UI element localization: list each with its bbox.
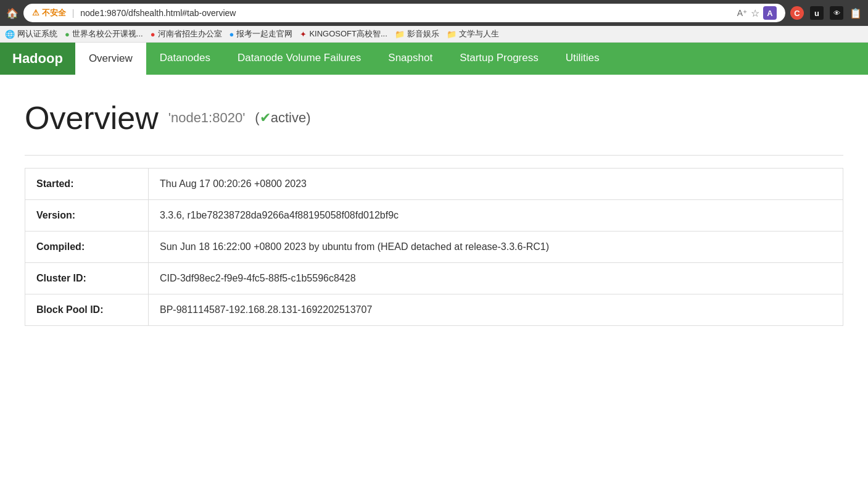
label-cluster-id: Cluster ID:: [25, 263, 149, 294]
table-row-compiled: Compiled: Sun Jun 18 16:22:00 +0800 2023…: [25, 231, 843, 263]
bookmark-item-1[interactable]: ● 世界名校公开课视...: [65, 28, 143, 40]
bookmark-item-5[interactable]: 📁 影音娱乐: [395, 28, 439, 40]
star-icon[interactable]: ☆: [751, 7, 759, 19]
nav-item-datanodes[interactable]: Datanodes: [146, 43, 224, 75]
nav-item-startup-progress[interactable]: Startup Progress: [446, 43, 552, 75]
bookmark-icon-5: 📁: [395, 30, 405, 39]
home-icon[interactable]: 🏠: [6, 7, 19, 19]
address-text: node1:9870/dfshealth.html#tab-overview: [80, 8, 236, 18]
table-row-cluster-id: Cluster ID: CID-3df98ec2-f9e9-4fc5-88f5-…: [25, 263, 843, 294]
info-table: Started: Thu Aug 17 00:20:26 +0800 2023 …: [25, 168, 843, 326]
label-block-pool-id: Block Pool ID:: [25, 294, 149, 326]
nav-item-overview[interactable]: Overview: [75, 43, 146, 75]
label-started: Started:: [25, 169, 149, 200]
browser-icons: C u 👁 📋: [790, 6, 862, 20]
bookmark-item-6[interactable]: 📁 文学与人生: [447, 28, 499, 40]
bookmark-label-1: 世界名校公开课视...: [72, 28, 143, 40]
address-bar[interactable]: ⚠ 不安全 | node1:9870/dfshealth.html#tab-ov…: [23, 4, 785, 22]
main-content: Overview 'node1:8020' (✔active) Started:…: [0, 75, 868, 338]
hadoop-navbar: Hadoop Overview Datanodes Datanode Volum…: [0, 43, 868, 75]
bookmark-icon-0: 🌐: [5, 30, 15, 39]
bookmark-item-2[interactable]: ● 河南省招生办公室: [151, 28, 222, 40]
nav-item-datanode-volume-failures[interactable]: Datanode Volume Failures: [224, 43, 374, 75]
table-row-started: Started: Thu Aug 17 00:20:26 +0800 2023: [25, 169, 843, 200]
value-compiled: Sun Jun 18 16:22:00 +0800 2023 by ubuntu…: [149, 231, 843, 263]
bookmark-label-0: 网认证系统: [17, 28, 57, 40]
table-row-version: Version: 3.3.6, r1be78238728da9266a4f881…: [25, 200, 843, 231]
bookmarks-bar: 🌐 网认证系统 ● 世界名校公开课视... ● 河南省招生办公室 ● 报考一起走…: [0, 26, 868, 43]
translate-icon[interactable]: A⁺: [737, 8, 747, 18]
clipboard-icon[interactable]: 📋: [849, 7, 862, 19]
bookmark-icon-3: ●: [229, 30, 234, 39]
bookmark-icon-2: ●: [151, 30, 155, 39]
label-version: Version:: [25, 200, 149, 231]
profile-u-icon[interactable]: u: [810, 6, 824, 20]
bookmark-label-4: KINGOSOFT高校智...: [309, 28, 387, 40]
bookmark-icon-6: 📁: [447, 30, 457, 39]
bookmark-label-3: 报考一起走官网: [236, 28, 292, 40]
bookmark-icon-4: ✦: [300, 30, 307, 39]
bookmark-icon-1: ●: [65, 30, 70, 39]
bookmark-item-4[interactable]: ✦ KINGOSOFT高校智...: [300, 28, 387, 40]
page-node: 'node1:8020': [168, 110, 246, 126]
divider: |: [72, 8, 75, 18]
bookmark-label-2: 河南省招生办公室: [158, 28, 222, 40]
hadoop-brand[interactable]: Hadoop: [0, 43, 75, 75]
bookmark-label-6: 文学与人生: [459, 28, 499, 40]
bookmark-item[interactable]: 🌐 网认证系统: [5, 28, 57, 40]
browser-chrome: 🏠 ⚠ 不安全 | node1:9870/dfshealth.html#tab-…: [0, 0, 868, 26]
page-title-row: Overview 'node1:8020' (✔active): [25, 99, 843, 136]
reader-icon[interactable]: A: [763, 6, 777, 20]
label-compiled: Compiled:: [25, 231, 149, 263]
check-icon: ✔: [260, 110, 271, 125]
value-version: 3.3.6, r1be78238728da9266a4f88195058f08f…: [149, 200, 843, 231]
security-warning: ⚠ 不安全: [32, 7, 66, 19]
nav-item-snapshot[interactable]: Snapshot: [374, 43, 446, 75]
value-cluster-id: CID-3df98ec2-f9e9-4fc5-88f5-c1b5596c8428: [149, 263, 843, 294]
status-text: active: [271, 110, 306, 125]
profile-c-icon[interactable]: C: [790, 6, 804, 20]
value-block-pool-id: BP-981114587-192.168.28.131-169220251370…: [149, 294, 843, 326]
value-started: Thu Aug 17 00:20:26 +0800 2023: [149, 169, 843, 200]
eyes-icon[interactable]: 👁: [830, 6, 843, 20]
bookmark-label-5: 影音娱乐: [407, 28, 439, 40]
active-badge: (✔active): [255, 110, 310, 126]
nav-item-utilities[interactable]: Utilities: [552, 43, 613, 75]
table-row-block-pool-id: Block Pool ID: BP-981114587-192.168.28.1…: [25, 294, 843, 326]
page-title: Overview: [25, 99, 159, 136]
bookmark-item-3[interactable]: ● 报考一起走官网: [229, 28, 293, 40]
